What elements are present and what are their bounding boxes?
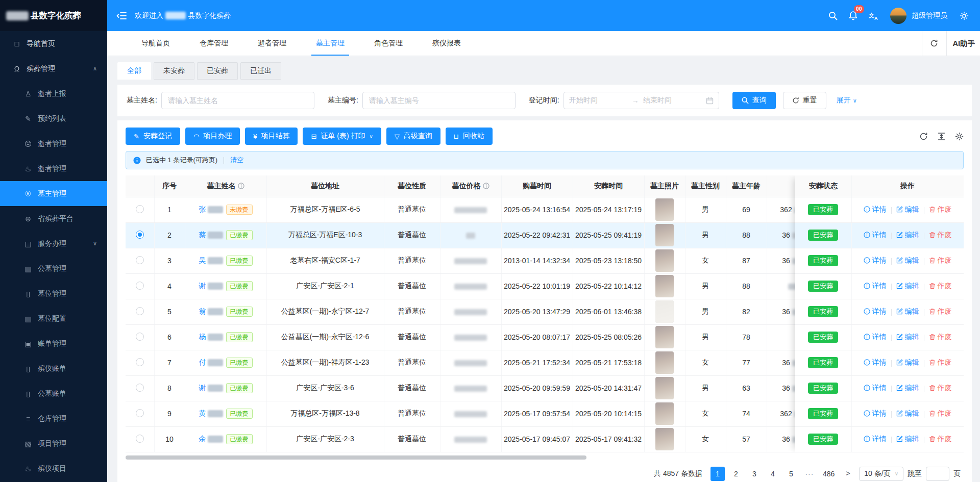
row-radio[interactable] [136,358,144,366]
gear-icon[interactable] [960,11,969,20]
info-icon[interactable] [483,183,489,191]
user-menu[interactable]: 超级管理员 [890,8,947,24]
ai-assistant-toggle[interactable]: AI助手 [946,31,980,56]
sidebar-item[interactable]: ≡ 仓库管理 [0,406,107,431]
clear-selection-link[interactable]: 清空 [230,156,243,165]
row-radio[interactable] [136,231,144,239]
owner-name-link[interactable]: 杨 [199,333,223,341]
owner-photo[interactable] [655,351,674,374]
toolbar-button[interactable]: ⊟ 证单 (表) 打印 ∨ [303,128,381,145]
owner-name-link[interactable]: 蔡 [199,231,223,239]
owner-name-link[interactable]: 翁 [199,307,223,315]
collapse-sidebar-icon[interactable] [116,12,127,20]
sidebar-item[interactable]: ▯ 墓位管理 [0,281,107,306]
owner-name-link[interactable]: 吴 [199,256,223,264]
void-link[interactable]: 作废 [929,409,952,418]
owner-photo[interactable] [655,402,674,425]
row-radio[interactable] [136,307,144,315]
edit-link[interactable]: 编辑 [896,358,919,367]
owner-name-link[interactable]: 谢 [199,384,223,392]
detail-link[interactable]: 详情 [864,231,887,240]
reset-button[interactable]: 重置 [783,92,826,109]
page-button[interactable]: 2 [729,467,743,481]
owner-photo[interactable] [655,326,674,348]
page-button[interactable]: 3 [747,467,762,481]
nav-tab[interactable]: 逝者管理 [243,31,301,56]
status-filter-tab[interactable]: 未安葬 [154,62,194,80]
edit-link[interactable]: 编辑 [896,307,919,316]
next-page-button[interactable]: > [841,467,855,481]
edit-link[interactable]: 编辑 [896,435,919,444]
toolbar-button[interactable]: ✎ 安葬登记 [126,128,180,145]
sidebar-item[interactable]: ♨ 逝者管理 [0,156,107,181]
info-icon[interactable] [238,183,244,191]
page-button[interactable]: ··· [802,467,817,481]
status-filter-tab[interactable]: 全部 [117,62,151,80]
nav-tab[interactable]: 殡仪报表 [418,31,476,56]
sidebar-item[interactable]: ▧ 项目管理 [0,431,107,456]
detail-link[interactable]: 详情 [864,435,887,444]
edit-link[interactable]: 编辑 [896,333,919,342]
sidebar-item[interactable]: ▣ 账单管理 [0,331,107,356]
owner-name-link[interactable]: 黄 [199,409,223,417]
toolbar-button[interactable]: ◠ 项目办理 [185,128,240,145]
edit-link[interactable]: 编辑 [896,384,919,393]
row-radio[interactable] [136,333,144,341]
row-radio[interactable] [136,384,144,392]
jump-page-input[interactable] [926,467,949,481]
toolbar-button[interactable]: ¥ 项目结算 [245,128,298,145]
toolbar-button[interactable]: ▽ 高级查询 [386,128,440,145]
sidebar-item[interactable]: Ω 殡葬管理 ∧ [0,56,107,81]
detail-link[interactable]: 详情 [864,205,887,214]
detail-link[interactable]: 详情 [864,358,887,367]
owner-name-link[interactable]: 余 [199,435,223,443]
sidebar-item[interactable]: ⊕ 省殡葬平台 [0,206,107,231]
row-radio[interactable] [136,282,144,290]
owner-photo[interactable] [655,428,674,450]
sidebar-item[interactable]: ▯ 殡仪账单 [0,356,107,381]
edit-link[interactable]: 编辑 [896,409,919,418]
owner-photo[interactable] [655,249,674,272]
toolbar-button[interactable]: ⊔ 回收站 [446,128,493,145]
sidebar-item[interactable]: ♙ 逝者上报 [0,81,107,106]
sidebar-item[interactable]: ✎ 预约列表 [0,106,107,131]
owner-photo[interactable] [655,275,674,297]
status-filter-tab[interactable]: 已迁出 [240,62,281,80]
sidebar-item[interactable]: ▥ 墓位配置 [0,306,107,331]
detail-link[interactable]: 详情 [864,282,887,291]
query-button[interactable]: 查询 [732,92,776,109]
sidebar-item[interactable]: ▦ 公墓管理 [0,256,107,281]
row-radio[interactable] [136,435,144,443]
scrollbar-thumb[interactable] [126,455,586,460]
detail-link[interactable]: 详情 [864,256,887,265]
page-size-select[interactable]: 10 条/页 ∨ [859,467,903,481]
void-link[interactable]: 作废 [929,256,952,265]
sidebar-item[interactable]: ▤ 服务办理 ∨ [0,231,107,256]
status-filter-tab[interactable]: 已安葬 [197,62,238,80]
search-icon[interactable] [828,11,838,20]
owner-photo[interactable] [655,198,674,221]
void-link[interactable]: 作废 [929,333,952,342]
sidebar-item[interactable]: ® 墓主管理 [0,181,107,206]
translate-icon[interactable]: 文 A [869,11,879,20]
nav-tab[interactable]: 导航首页 [127,31,185,56]
void-link[interactable]: 作废 [929,205,952,214]
refresh-table-icon[interactable] [919,132,928,141]
detail-link[interactable]: 详情 [864,409,887,418]
owner-code-input[interactable] [362,92,516,109]
edit-link[interactable]: 编辑 [896,256,919,265]
void-link[interactable]: 作废 [929,307,952,316]
owner-name-link[interactable]: 谢 [199,282,223,290]
void-link[interactable]: 作废 [929,435,952,444]
row-radio[interactable] [136,256,144,264]
refresh-page-icon[interactable] [922,31,946,56]
owner-photo[interactable] [655,224,674,246]
void-link[interactable]: 作废 [929,358,952,367]
owner-name-link[interactable]: 张 [199,205,223,213]
row-radio[interactable] [136,409,144,417]
sidebar-item[interactable]: ☹ 逝者管理 [0,131,107,156]
register-time-range-picker[interactable]: 开始时间 → 结束时间 [564,92,719,109]
row-radio[interactable] [136,205,144,213]
page-button[interactable]: 1 [710,467,725,481]
nav-tab[interactable]: 墓主管理 [301,31,359,56]
